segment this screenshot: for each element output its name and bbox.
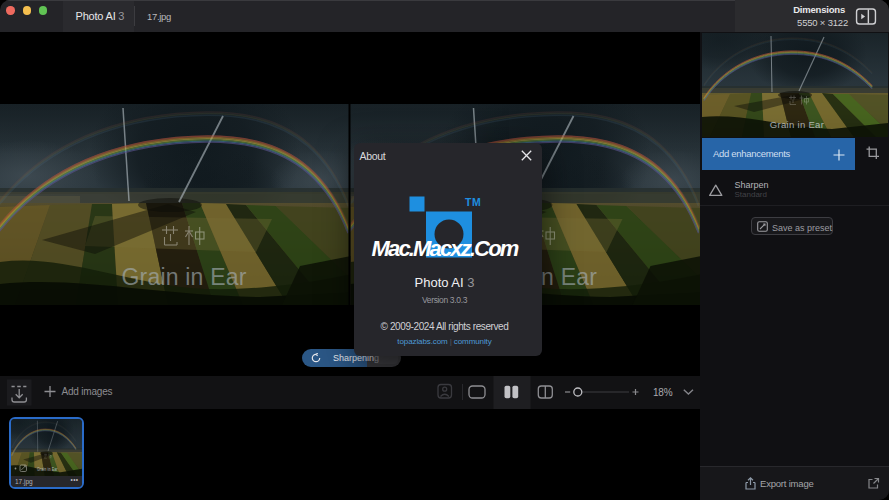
svg-text:TM: TM <box>465 196 481 208</box>
svg-text:18%: 18% <box>653 387 673 398</box>
